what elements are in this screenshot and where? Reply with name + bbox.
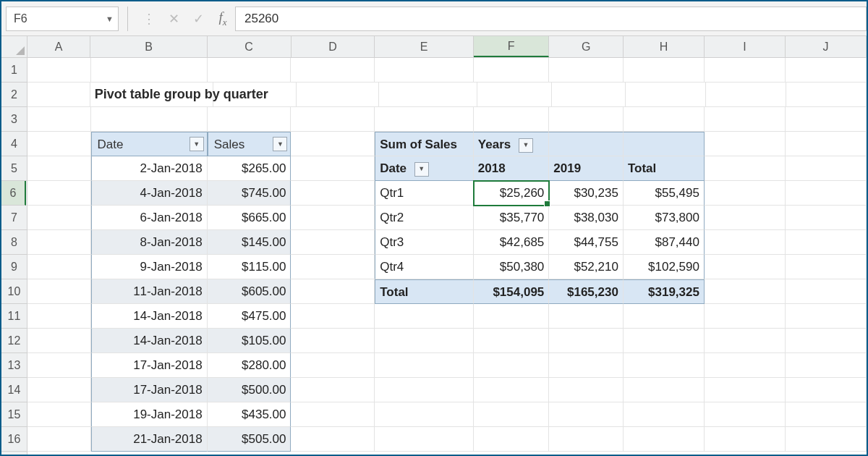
pivot-col-field[interactable]: Years ▼: [474, 132, 549, 156]
cell[interactable]: [786, 83, 867, 107]
cell[interactable]: [27, 132, 91, 156]
cells-area[interactable]: Pivot table group by quarter: [27, 58, 867, 456]
cell[interactable]: [27, 329, 91, 353]
cell[interactable]: [297, 83, 380, 107]
cell[interactable]: [27, 279, 91, 304]
pivot-value[interactable]: $38,030: [549, 206, 624, 230]
cell[interactable]: [27, 402, 91, 427]
cell[interactable]: [786, 329, 867, 353]
pivot-row-label[interactable]: Qtr1: [375, 181, 474, 206]
table-cell-sales[interactable]: $505.00: [208, 427, 292, 452]
pivot-value[interactable]: $55,495: [624, 181, 705, 206]
cell[interactable]: [291, 402, 375, 427]
row-header[interactable]: 1: [1, 58, 27, 83]
cell[interactable]: [375, 353, 474, 378]
cell[interactable]: [213, 83, 297, 107]
row-header[interactable]: 12: [1, 329, 27, 353]
row-header[interactable]: 4: [1, 132, 27, 156]
row-header[interactable]: 15: [1, 402, 27, 427]
table-cell-sales[interactable]: $605.00: [208, 279, 292, 304]
row-header[interactable]: 3: [1, 107, 27, 132]
col-header[interactable]: G: [549, 36, 624, 57]
pivot-value-selected[interactable]: $25,260: [474, 181, 549, 206]
cell[interactable]: [786, 402, 867, 427]
cell[interactable]: [474, 329, 549, 353]
cell[interactable]: [91, 58, 208, 83]
cell[interactable]: [786, 132, 867, 156]
name-box[interactable]: F6 ▼: [6, 7, 119, 31]
cell[interactable]: [474, 304, 549, 329]
cell[interactable]: [705, 402, 786, 427]
cell[interactable]: [291, 378, 375, 402]
cell[interactable]: [705, 132, 786, 156]
cell[interactable]: [626, 83, 706, 107]
cell[interactable]: [706, 83, 786, 107]
table-cell-date[interactable]: 14-Jan-2018: [91, 329, 208, 353]
cell[interactable]: [705, 255, 786, 279]
table-cell-date[interactable]: 11-Jan-2018: [91, 279, 208, 304]
cell[interactable]: [549, 329, 624, 353]
pivot-value[interactable]: $73,800: [624, 206, 705, 230]
cell[interactable]: [474, 378, 549, 402]
cell[interactable]: [705, 279, 786, 304]
row-header[interactable]: 8: [1, 230, 27, 255]
pivot-total-value[interactable]: $154,095: [474, 279, 549, 304]
cell[interactable]: [549, 427, 624, 452]
table-cell-sales[interactable]: $500.00: [208, 378, 292, 402]
cell[interactable]: [786, 378, 867, 402]
cell[interactable]: [291, 107, 375, 132]
cancel-icon[interactable]: ✕: [161, 11, 186, 27]
cell[interactable]: [786, 353, 867, 378]
cell[interactable]: [375, 304, 474, 329]
row-header[interactable]: 16: [1, 427, 27, 452]
pivot-value[interactable]: $35,770: [474, 206, 549, 230]
cell[interactable]: [27, 181, 91, 206]
pivot-col-label[interactable]: 2018: [474, 156, 549, 181]
pivot-value[interactable]: $44,755: [549, 230, 624, 255]
cell[interactable]: [705, 329, 786, 353]
cell[interactable]: [705, 353, 786, 378]
cell[interactable]: [27, 255, 91, 279]
cell[interactable]: [552, 83, 626, 107]
table-cell-sales[interactable]: $435.00: [208, 402, 292, 427]
col-header[interactable]: D: [292, 36, 375, 57]
cell[interactable]: [786, 206, 867, 230]
filter-dropdown-icon[interactable]: ▼: [190, 137, 204, 151]
cell[interactable]: [624, 329, 705, 353]
cell[interactable]: [786, 156, 867, 181]
cell[interactable]: [27, 230, 91, 255]
row-header[interactable]: 11: [1, 304, 27, 329]
cell[interactable]: [705, 206, 786, 230]
pivot-col-label[interactable]: 2019: [549, 156, 624, 181]
cell[interactable]: [477, 83, 553, 107]
cell[interactable]: [291, 206, 375, 230]
formula-input[interactable]: 25260: [235, 7, 867, 31]
cell[interactable]: [705, 230, 786, 255]
row-header[interactable]: 14: [1, 378, 27, 402]
cell[interactable]: [549, 107, 624, 132]
row-header[interactable]: 9: [1, 255, 27, 279]
cell[interactable]: [379, 83, 477, 107]
row-header[interactable]: 13: [1, 353, 27, 378]
table-cell-date[interactable]: 21-Jan-2018: [91, 427, 208, 452]
cell[interactable]: [705, 181, 786, 206]
cell[interactable]: [474, 58, 550, 83]
cell[interactable]: [786, 107, 867, 132]
cell[interactable]: [549, 304, 624, 329]
pivot-measure-label[interactable]: Sum of Sales: [375, 132, 474, 156]
table-cell-sales[interactable]: $145.00: [208, 230, 292, 255]
cell[interactable]: [291, 255, 375, 279]
cell[interactable]: [624, 107, 705, 132]
table-cell-sales[interactable]: $115.00: [208, 255, 292, 279]
cell[interactable]: [786, 181, 867, 206]
cell[interactable]: [291, 304, 375, 329]
pivot-value[interactable]: $52,210: [549, 255, 624, 279]
cell[interactable]: [375, 427, 474, 452]
cell[interactable]: [624, 353, 705, 378]
pivot-col-label[interactable]: Total: [624, 156, 705, 181]
fx-icon[interactable]: fx: [210, 9, 235, 28]
cell[interactable]: [549, 58, 624, 83]
cell[interactable]: [27, 378, 91, 402]
col-header[interactable]: J: [786, 36, 867, 57]
cell[interactable]: [624, 304, 705, 329]
